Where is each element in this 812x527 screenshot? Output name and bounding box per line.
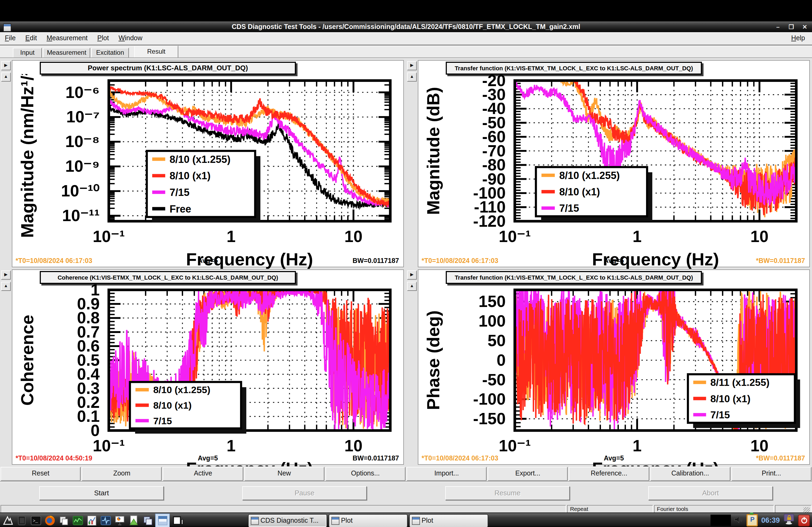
svg-text:10⁻¹: 10⁻¹: [499, 437, 531, 455]
firefox-icon[interactable]: [44, 514, 56, 526]
svg-text:>_: >_: [32, 518, 38, 523]
expand-up-icon[interactable]: ▲: [1, 282, 11, 291]
plot-transfer-magnitude[interactable]: 10⁻¹110-120-110-100-90-80-70-60-50-40-30…: [418, 74, 809, 269]
window-pair-icon[interactable]: [141, 514, 154, 526]
tab-input[interactable]: Input: [13, 48, 42, 57]
reference-button[interactable]: Reference...: [569, 467, 649, 481]
svg-text:0: 0: [496, 351, 506, 369]
status-cell: [775, 505, 811, 513]
active-button[interactable]: Active: [163, 467, 243, 481]
window-icon: [412, 517, 420, 525]
volume-icon[interactable]: [735, 515, 743, 526]
minimize-icon[interactable]: –: [774, 23, 782, 31]
tab-measurement[interactable]: Measurement: [43, 48, 90, 57]
status-fourier-tools: Fourier tools: [654, 505, 774, 513]
svg-text:10⁻⁶: 10⁻⁶: [66, 83, 100, 102]
tab-result[interactable]: Result: [134, 46, 178, 57]
taskbar-window-cds-diagnostic-t-[interactable]: CDS Diagnostic T...: [248, 514, 327, 527]
expand-right-icon[interactable]: ▶: [1, 61, 11, 70]
title-bar[interactable]: CDS Diagnostic Test Tools - /users/Commi…: [0, 22, 812, 32]
pause-button[interactable]: Pause: [242, 486, 367, 500]
abort-button[interactable]: Abort: [648, 486, 773, 500]
svg-text:7/15: 7/15: [559, 202, 579, 214]
svg-text:8/10 (x1.255): 8/10 (x1.255): [153, 385, 211, 395]
tab-excitation[interactable]: Excitation: [91, 48, 129, 57]
svg-text:10: 10: [751, 227, 768, 245]
start-button[interactable]: Start: [39, 486, 164, 500]
expand-up-icon[interactable]: ▲: [1, 73, 11, 81]
plot-toolbar: ResetZoomActiveNewOptions...Import...Exp…: [0, 466, 812, 481]
menu-edit[interactable]: Edit: [20, 32, 42, 44]
avg-label: Avg=5: [418, 255, 809, 266]
menu-help[interactable]: Help: [786, 32, 810, 44]
resize-grip-icon[interactable]: [803, 507, 810, 512]
screen: CDS Diagnostic Test Tools - /users/Commi…: [0, 0, 812, 527]
options-button[interactable]: Options...: [325, 467, 405, 481]
window-icon: [251, 517, 259, 525]
plot-footer: *T0=10/08/2024 06:17:03 Avg=5 *BW=0.0117…: [418, 453, 809, 464]
menu-file[interactable]: File: [0, 32, 20, 44]
bw-label: *BW=0.0117187: [756, 255, 805, 266]
svg-text:10⁻¹: 10⁻¹: [93, 227, 125, 245]
editor-ruler-icon[interactable]: [127, 514, 140, 526]
svg-text:8/10 (x1): 8/10 (x1): [710, 393, 751, 404]
power-icon[interactable]: [798, 514, 810, 526]
expand-up-icon[interactable]: ▲: [407, 282, 417, 291]
svg-text:Coherence: Coherence: [17, 315, 37, 406]
import-button[interactable]: Import...: [407, 467, 487, 481]
panel-coherence: ▶ ▲ Coherence (K1:VIS-ETMX_TM_LOCK_L_EXC…: [1, 269, 405, 465]
expand-right-icon[interactable]: ▶: [407, 270, 417, 280]
plot-coherence[interactable]: 10⁻¹11000.10.20.30.40.50.60.70.80.918/10…: [12, 283, 403, 479]
expand-right-icon[interactable]: ▶: [407, 61, 417, 70]
plot-canvas-coherence[interactable]: Coherence (K1:VIS-ETMX_TM_LOCK_L_EXC to …: [12, 269, 404, 465]
print-button[interactable]: Print...: [731, 467, 811, 481]
window-active-icon[interactable]: [155, 513, 170, 527]
menu-window[interactable]: Window: [114, 32, 147, 44]
menu-plot[interactable]: Plot: [92, 32, 114, 44]
taskbar-window-plot[interactable]: Plot: [329, 514, 408, 527]
plot-canvas-power-spectrum[interactable]: Power spectrum (K1:LSC-ALS_DARM_OUT_DQ) …: [12, 60, 404, 267]
copy-files-icon[interactable]: [57, 514, 70, 526]
lock-screen-icon[interactable]: [783, 514, 795, 527]
plot-canvas-transfer-phase[interactable]: Transfer function (K1:VIS-ETMX_TM_LOCK_L…: [418, 269, 810, 465]
panel-power-spectrum: ▶ ▲ Power spectrum (K1:LSC-ALS_DARM_OUT_…: [1, 60, 405, 267]
svg-text:1: 1: [633, 437, 642, 455]
zoom-button[interactable]: Zoom: [82, 467, 162, 481]
avg-label: Avg=5: [12, 255, 403, 266]
menu-bar: FileEditMeasurementPlotWindowHelp: [0, 32, 812, 45]
export-button[interactable]: Export...: [488, 467, 568, 481]
menu-measurement[interactable]: Measurement: [42, 32, 92, 44]
plot-footer: *T0=10/08/2024 06:17:03 Avg=5 *BW=0.0117…: [418, 255, 809, 266]
plot-footer: *T0=10/08/2024 06:17:03 Avg=5 BW=0.01171…: [12, 255, 403, 266]
svg-text:8/10 (x1): 8/10 (x1): [559, 186, 600, 197]
clock[interactable]: 06:39: [761, 516, 780, 524]
terminal-icon[interactable]: >_: [30, 514, 42, 526]
panel-transfer-phase: ▶ ▲ Transfer function (K1:VIS-ETMX_TM_LO…: [407, 269, 811, 465]
oscilloscope-icon[interactable]: [99, 514, 112, 526]
svg-text:Magnitude (dB): Magnitude (dB): [423, 87, 443, 215]
expand-right-icon[interactable]: ▶: [1, 270, 11, 280]
files-dark-icon[interactable]: [16, 514, 28, 526]
clipboard-p-icon[interactable]: P: [747, 514, 758, 526]
svg-text:10⁻⁷: 10⁻⁷: [66, 108, 100, 126]
plot-canvas-transfer-magnitude[interactable]: Transfer function (K1:VIS-ETMX_TM_LOCK_L…: [418, 60, 810, 267]
app-menu-icon[interactable]: [2, 514, 14, 526]
plot-transfer-phase[interactable]: 10⁻¹110-150-100-500501001508/11 (x1.255)…: [418, 283, 809, 479]
bw-label: *BW=0.0117187: [756, 453, 805, 464]
chart-tool-icon[interactable]: [85, 514, 98, 526]
expand-up-icon[interactable]: ▲: [407, 73, 417, 81]
maximize-icon[interactable]: ❐: [787, 23, 795, 31]
svg-text:7/15: 7/15: [170, 186, 189, 198]
reset-button[interactable]: Reset: [1, 467, 81, 481]
resume-button[interactable]: Resume: [445, 486, 570, 500]
system-monitor-icon[interactable]: [71, 514, 84, 526]
close-icon[interactable]: ✕: [801, 23, 809, 31]
window-outline-icon[interactable]: [171, 514, 184, 526]
plot-title: Coherence (K1:VIS-ETMX_TM_LOCK_L_EXC to …: [40, 271, 296, 284]
taskbar-window-plot[interactable]: Plot: [409, 514, 488, 527]
plot-power-spectrum[interactable]: 10⁻¹11010⁻⁶10⁻⁷10⁻⁸10⁻⁹10⁻¹⁰10⁻¹¹8/10 (x…: [12, 74, 403, 269]
new-button[interactable]: New: [244, 467, 324, 481]
status-bar: RepeatFourier tools: [0, 505, 812, 512]
presentation-icon[interactable]: [113, 514, 126, 526]
calibration-button[interactable]: Calibration...: [650, 467, 730, 481]
